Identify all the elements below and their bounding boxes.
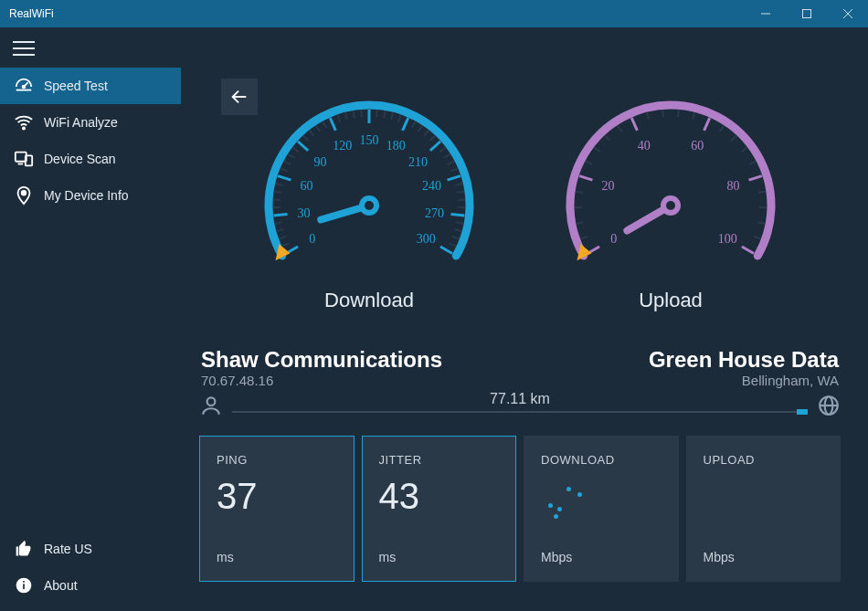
svg-line-45	[337, 115, 340, 122]
svg-line-114	[754, 237, 760, 239]
svg-line-61	[430, 142, 440, 151]
jitter-value: 43	[379, 478, 500, 550]
svg-point-83	[365, 201, 374, 210]
svg-line-90	[576, 192, 583, 193]
svg-line-31	[278, 176, 291, 181]
svg-line-51	[376, 110, 377, 117]
svg-line-54	[398, 115, 401, 122]
sidebar-nav: Speed Test WiFi Analyze Device Scan My D…	[0, 68, 181, 214]
isp-ip: 70.67.48.16	[201, 373, 442, 388]
sidebar-item-label: WiFi Analyze	[44, 115, 118, 130]
jitter-title: JITTER	[379, 453, 500, 467]
svg-line-71	[458, 199, 465, 200]
svg-text:270: 270	[425, 206, 444, 220]
download-gauge-label: Download	[324, 289, 414, 312]
svg-line-100	[662, 110, 663, 117]
svg-line-21	[282, 243, 289, 246]
sidebar-item-device-scan[interactable]: Device Scan	[0, 141, 181, 177]
svg-line-107	[741, 148, 746, 153]
svg-line-113	[757, 222, 765, 223]
window-controls	[745, 0, 868, 27]
sidebar-item-rate-us[interactable]: Rate US	[0, 531, 181, 567]
svg-line-48	[361, 110, 362, 117]
svg-text:180: 180	[386, 139, 406, 153]
svg-line-37	[298, 142, 308, 151]
svg-line-70	[457, 192, 464, 193]
svg-line-64	[444, 154, 450, 158]
titlebar: RealWiFi	[0, 0, 868, 27]
svg-rect-17	[23, 581, 25, 583]
wifi-icon	[11, 112, 37, 132]
sidebar-item-wifi-analyze[interactable]: WiFi Analyze	[0, 104, 181, 141]
svg-text:0: 0	[610, 232, 617, 246]
svg-line-95	[605, 135, 609, 141]
svg-line-103	[704, 118, 710, 131]
svg-line-55	[403, 118, 408, 131]
gauge-icon	[11, 76, 37, 96]
devices-icon	[11, 149, 37, 169]
svg-line-24	[275, 222, 282, 223]
svg-line-76	[454, 229, 461, 231]
sidebar-item-label: Rate US	[44, 542, 92, 556]
sidebar-item-about[interactable]: About	[0, 567, 181, 604]
isp-name: Shaw Communications	[201, 347, 442, 373]
svg-line-28	[273, 199, 281, 200]
distance-value: 77.11 km	[490, 391, 550, 407]
sidebar-item-speed-test[interactable]: Speed Test	[0, 68, 181, 104]
svg-line-109	[749, 176, 762, 181]
svg-text:120: 120	[333, 139, 352, 153]
svg-text:20: 20	[602, 179, 615, 193]
svg-line-59	[424, 131, 429, 136]
svg-text:150: 150	[360, 133, 379, 147]
close-button[interactable]	[827, 0, 868, 27]
back-button[interactable]	[221, 79, 258, 115]
svg-line-108	[749, 161, 756, 164]
svg-line-101	[678, 110, 679, 117]
sidebar-item-my-device-info[interactable]: My Device Info	[0, 177, 181, 214]
thumb-icon	[11, 540, 37, 558]
info-icon	[11, 576, 37, 595]
svg-line-36	[292, 148, 298, 153]
jitter-card: JITTER 43 ms	[362, 436, 517, 582]
minimize-button[interactable]	[745, 0, 786, 27]
download-title: DOWNLOAD	[541, 453, 662, 467]
server-name: Green House Data	[649, 347, 839, 373]
ping-card: PING 37 ms	[199, 436, 355, 582]
svg-line-111	[758, 192, 766, 193]
upload-gauge: 020406080100 Upload	[552, 82, 789, 312]
svg-line-33	[281, 168, 287, 171]
svg-line-46	[345, 112, 347, 120]
svg-line-88	[577, 222, 584, 223]
svg-line-99	[647, 112, 649, 120]
hamburger-button[interactable]	[0, 27, 181, 68]
jitter-unit: ms	[379, 550, 500, 564]
svg-point-119	[666, 201, 675, 210]
server-block: Green House Data Bellingham, WA	[649, 347, 839, 388]
upload-gauge-label: Upload	[639, 289, 703, 312]
main-content: 0306090120150180210240270300 Download 02…	[181, 27, 868, 611]
location-icon	[11, 185, 37, 205]
svg-line-30	[276, 184, 283, 185]
isp-block: Shaw Communications 70.67.48.16	[201, 347, 442, 388]
svg-line-97	[631, 118, 637, 131]
svg-point-121	[207, 397, 216, 406]
sidebar-item-label: Speed Test	[44, 79, 108, 93]
ping-value: 37	[217, 478, 337, 550]
svg-line-66	[450, 168, 457, 171]
svg-line-77	[452, 237, 459, 239]
person-icon	[199, 394, 223, 417]
svg-line-34	[284, 161, 291, 164]
svg-line-43	[330, 118, 335, 131]
svg-line-79	[440, 247, 452, 254]
server-location: Bellingham, WA	[649, 373, 839, 388]
svg-text:30: 30	[297, 206, 310, 220]
svg-text:40: 40	[638, 139, 651, 153]
svg-text:60: 60	[691, 139, 704, 153]
maximize-button[interactable]	[786, 0, 827, 27]
window-title: RealWiFi	[9, 7, 745, 20]
svg-line-75	[456, 222, 463, 223]
svg-text:90: 90	[313, 155, 326, 169]
sidebar-item-label: About	[44, 578, 78, 593]
loading-icon	[541, 487, 587, 523]
svg-line-60	[429, 135, 434, 141]
